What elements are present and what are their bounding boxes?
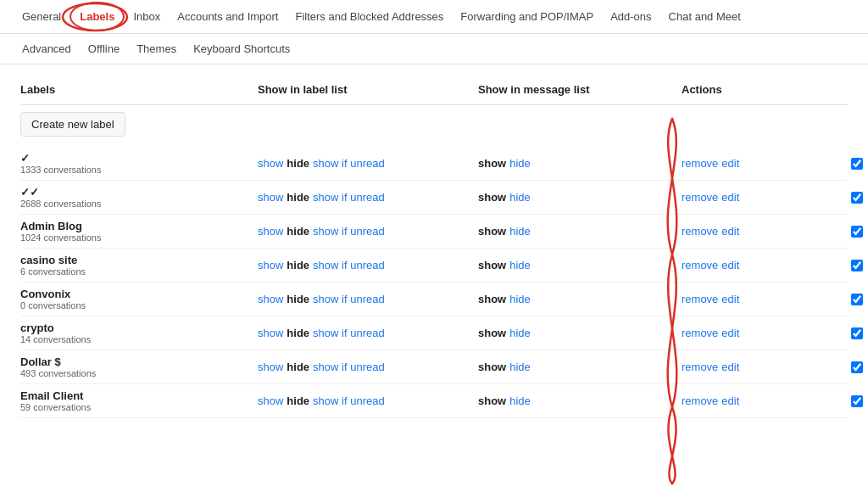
hide-link[interactable]: hide	[509, 293, 531, 305]
show-if-unread-link[interactable]: show if unread	[313, 225, 385, 238]
label-list-actions: show hide show if unread	[258, 191, 478, 204]
message-list-actions: show hide	[478, 259, 682, 271]
nav-advanced[interactable]: Advanced	[14, 34, 80, 64]
show-if-unread-link[interactable]: show if unread	[313, 361, 385, 373]
remove-link[interactable]: remove	[682, 259, 718, 271]
imap-cell: Show in IMAP	[851, 225, 868, 238]
show-bold: show	[478, 157, 506, 170]
col-label-list: Show in label list	[258, 83, 478, 96]
hide-link[interactable]: hide	[509, 259, 531, 271]
actions-cell: remove edit	[682, 293, 851, 305]
edit-link[interactable]: edit	[721, 225, 739, 238]
show-link[interactable]: show	[258, 157, 283, 170]
hide-bold: hide	[287, 361, 309, 373]
hide-bold: hide	[287, 293, 309, 305]
edit-link[interactable]: edit	[721, 327, 739, 339]
remove-link[interactable]: remove	[682, 191, 718, 204]
nav-keyboard[interactable]: Keyboard Shortcuts	[185, 34, 298, 64]
imap-checkbox[interactable]	[851, 226, 863, 238]
show-if-unread-link[interactable]: show if unread	[313, 191, 385, 204]
remove-link[interactable]: remove	[682, 157, 718, 170]
show-link[interactable]: show	[258, 293, 283, 305]
show-if-unread-link[interactable]: show if unread	[313, 259, 385, 271]
show-link[interactable]: show	[258, 225, 283, 238]
nav-forwarding[interactable]: Forwarding and POP/IMAP	[452, 0, 602, 33]
nav-themes[interactable]: Themes	[128, 34, 185, 64]
hide-link[interactable]: hide	[509, 327, 531, 339]
show-if-unread-link[interactable]: show if unread	[313, 157, 385, 170]
imap-checkbox[interactable]	[851, 260, 863, 271]
actions-cell: remove edit	[682, 361, 851, 373]
label-name-cell: Dollar $ 493 conversations	[20, 355, 258, 378]
actions-cell: remove edit	[682, 259, 851, 271]
show-link[interactable]: show	[258, 327, 283, 339]
edit-link[interactable]: edit	[721, 157, 739, 170]
show-if-unread-link[interactable]: show if unread	[313, 394, 385, 407]
imap-cell: Show in IMAP	[851, 394, 868, 407]
imap-cell: Show in IMAP	[851, 157, 868, 170]
remove-link[interactable]: remove	[682, 361, 718, 373]
nav-inbox[interactable]: Inbox	[125, 0, 169, 33]
imap-checkbox[interactable]	[851, 158, 863, 170]
remove-link[interactable]: remove	[682, 293, 718, 305]
hide-link[interactable]: hide	[509, 191, 531, 204]
show-link[interactable]: show	[258, 361, 283, 373]
message-list-actions: show hide	[478, 293, 682, 305]
show-bold: show	[478, 259, 506, 271]
nav-accounts[interactable]: Accounts and Import	[169, 0, 287, 33]
remove-link[interactable]: remove	[682, 327, 718, 339]
hide-link[interactable]: hide	[509, 157, 531, 170]
show-link[interactable]: show	[258, 394, 283, 407]
imap-checkbox[interactable]	[851, 294, 863, 305]
label-list-actions: show hide show if unread	[258, 327, 478, 339]
nav-labels[interactable]: Labels	[70, 2, 125, 31]
edit-link[interactable]: edit	[721, 394, 739, 407]
nav-addons[interactable]: Add-ons	[602, 0, 659, 33]
label-name-cell: Admin Blog 1024 conversations	[20, 220, 258, 243]
table-row: Email Client 59 conversations show hide …	[20, 384, 848, 418]
nav-filters[interactable]: Filters and Blocked Addresses	[287, 0, 452, 33]
create-label-button[interactable]: Create new label	[20, 112, 125, 137]
label-list-actions: show hide show if unread	[258, 259, 478, 271]
show-link[interactable]: show	[258, 259, 283, 271]
label-list-actions: show hide show if unread	[258, 293, 478, 305]
top-nav: General Labels Inbox Accounts and Import…	[0, 0, 868, 34]
table-row: crypto 14 conversations show hide show i…	[20, 316, 848, 350]
hide-link[interactable]: hide	[509, 361, 531, 373]
table-row: ✓✓ 2688 conversations show hide show if …	[20, 181, 848, 215]
imap-cell: Show in IMAP	[851, 259, 868, 271]
imap-checkbox[interactable]	[851, 361, 863, 373]
hide-bold: hide	[287, 394, 309, 407]
edit-link[interactable]: edit	[721, 361, 739, 373]
nav-offline[interactable]: Offline	[80, 34, 128, 64]
hide-link[interactable]: hide	[509, 225, 531, 238]
nav-chat[interactable]: Chat and Meet	[660, 0, 749, 33]
imap-checkbox[interactable]	[851, 327, 863, 339]
label-name-cell: Email Client 59 conversations	[20, 389, 258, 412]
table-row: Convonix 0 conversations show hide show …	[20, 283, 848, 316]
second-nav: Advanced Offline Themes Keyboard Shortcu…	[0, 34, 868, 64]
message-list-actions: show hide	[478, 361, 682, 373]
remove-link[interactable]: remove	[682, 225, 718, 238]
edit-link[interactable]: edit	[721, 293, 739, 305]
hide-bold: hide	[287, 225, 309, 238]
table-row: Admin Blog 1024 conversations show hide …	[20, 215, 848, 249]
nav-general[interactable]: General	[14, 0, 70, 33]
show-link[interactable]: show	[258, 191, 283, 204]
imap-checkbox[interactable]	[851, 395, 863, 407]
show-if-unread-link[interactable]: show if unread	[313, 327, 385, 339]
imap-checkbox[interactable]	[851, 192, 863, 204]
remove-link[interactable]: remove	[682, 394, 718, 407]
hide-link[interactable]: hide	[509, 394, 531, 407]
hide-bold: hide	[287, 327, 309, 339]
show-if-unread-link[interactable]: show if unread	[313, 293, 385, 305]
show-bold: show	[478, 394, 506, 407]
show-bold: show	[478, 225, 506, 238]
table-row: casino site 6 conversations show hide sh…	[20, 249, 848, 283]
label-list-actions: show hide show if unread	[258, 361, 478, 373]
edit-link[interactable]: edit	[721, 191, 739, 204]
message-list-actions: show hide	[478, 157, 682, 170]
label-name-cell: casino site 6 conversations	[20, 254, 258, 277]
label-list-actions: show hide show if unread	[258, 225, 478, 238]
edit-link[interactable]: edit	[721, 259, 739, 271]
